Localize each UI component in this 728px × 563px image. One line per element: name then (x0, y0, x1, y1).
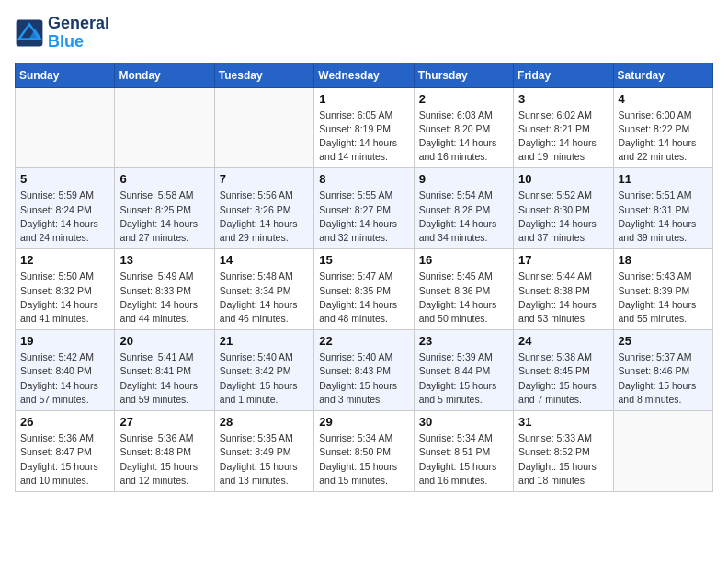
logo: General Blue (15, 15, 109, 52)
empty-day-cell (115, 87, 214, 168)
day-number: 20 (119, 334, 209, 348)
day-info: Sunrise: 6:05 AMSunset: 8:19 PMDaylight:… (319, 109, 408, 165)
day-number: 25 (619, 334, 708, 348)
day-info: Sunrise: 5:42 AMSunset: 8:40 PMDaylight:… (20, 350, 109, 407)
day-info: Sunrise: 5:50 AMSunset: 8:32 PMDaylight:… (20, 270, 109, 326)
day-info: Sunrise: 5:34 AMSunset: 8:51 PMDaylight:… (419, 431, 508, 488)
day-number: 8 (319, 172, 408, 186)
calendar-day-cell: 30Sunrise: 5:34 AMSunset: 8:51 PMDayligh… (414, 411, 513, 492)
calendar-day-cell: 16Sunrise: 5:45 AMSunset: 8:36 PMDayligh… (414, 249, 513, 330)
page-header: General Blue (15, 15, 713, 52)
day-of-week-header: Thursday (414, 63, 513, 87)
calendar-day-cell: 14Sunrise: 5:48 AMSunset: 8:34 PMDayligh… (214, 249, 313, 330)
day-number: 10 (518, 172, 608, 186)
calendar-day-cell: 17Sunrise: 5:44 AMSunset: 8:38 PMDayligh… (514, 249, 613, 330)
day-number: 24 (518, 334, 608, 348)
day-number: 21 (220, 334, 309, 348)
day-number: 7 (220, 172, 309, 186)
day-number: 9 (419, 172, 508, 186)
calendar-day-cell: 26Sunrise: 5:36 AMSunset: 8:47 PMDayligh… (16, 411, 115, 492)
calendar-week-row: 12Sunrise: 5:50 AMSunset: 8:32 PMDayligh… (16, 249, 713, 330)
calendar-day-cell: 10Sunrise: 5:52 AMSunset: 8:30 PMDayligh… (514, 168, 613, 249)
calendar-table: SundayMondayTuesdayWednesdayThursdayFrid… (15, 63, 713, 492)
day-info: Sunrise: 5:43 AMSunset: 8:39 PMDaylight:… (619, 270, 708, 326)
calendar-day-cell: 12Sunrise: 5:50 AMSunset: 8:32 PMDayligh… (16, 249, 115, 330)
day-info: Sunrise: 5:40 AMSunset: 8:42 PMDaylight:… (220, 350, 309, 407)
day-info: Sunrise: 5:58 AMSunset: 8:25 PMDaylight:… (119, 189, 209, 245)
day-info: Sunrise: 5:55 AMSunset: 8:27 PMDaylight:… (319, 189, 408, 245)
day-of-week-header: Sunday (16, 63, 115, 87)
day-info: Sunrise: 5:36 AMSunset: 8:48 PMDaylight:… (119, 431, 209, 488)
day-info: Sunrise: 5:38 AMSunset: 8:45 PMDaylight:… (518, 350, 608, 407)
day-info: Sunrise: 5:36 AMSunset: 8:47 PMDaylight:… (20, 431, 109, 488)
calendar-day-cell: 7Sunrise: 5:56 AMSunset: 8:26 PMDaylight… (214, 168, 313, 249)
day-number: 26 (20, 415, 109, 429)
day-info: Sunrise: 5:59 AMSunset: 8:24 PMDaylight:… (20, 189, 109, 245)
day-number: 4 (619, 92, 708, 106)
day-number: 15 (319, 253, 408, 267)
calendar-day-cell: 15Sunrise: 5:47 AMSunset: 8:35 PMDayligh… (314, 249, 414, 330)
calendar-day-cell: 3Sunrise: 6:02 AMSunset: 8:21 PMDaylight… (514, 87, 613, 168)
day-number: 23 (419, 334, 508, 348)
calendar-day-cell: 29Sunrise: 5:34 AMSunset: 8:50 PMDayligh… (314, 411, 414, 492)
calendar-week-row: 5Sunrise: 5:59 AMSunset: 8:24 PMDaylight… (16, 168, 713, 249)
day-number: 3 (518, 92, 608, 106)
day-info: Sunrise: 5:44 AMSunset: 8:38 PMDaylight:… (518, 270, 608, 326)
day-info: Sunrise: 5:39 AMSunset: 8:44 PMDaylight:… (419, 350, 508, 407)
calendar-day-cell: 18Sunrise: 5:43 AMSunset: 8:39 PMDayligh… (613, 249, 712, 330)
day-info: Sunrise: 5:40 AMSunset: 8:43 PMDaylight:… (319, 350, 408, 407)
day-info: Sunrise: 5:45 AMSunset: 8:36 PMDaylight:… (419, 270, 508, 326)
calendar-week-row: 19Sunrise: 5:42 AMSunset: 8:40 PMDayligh… (16, 330, 713, 411)
day-of-week-header: Wednesday (314, 63, 414, 87)
day-number: 18 (619, 253, 708, 267)
calendar-day-cell: 13Sunrise: 5:49 AMSunset: 8:33 PMDayligh… (115, 249, 214, 330)
empty-day-cell (214, 87, 313, 168)
day-of-week-header: Monday (115, 63, 214, 87)
empty-day-cell (613, 411, 712, 492)
day-number: 30 (419, 415, 508, 429)
day-of-week-header: Tuesday (214, 63, 313, 87)
day-number: 17 (518, 253, 608, 267)
day-number: 12 (20, 253, 109, 267)
day-number: 13 (119, 253, 209, 267)
day-number: 31 (518, 415, 608, 429)
calendar-week-row: 26Sunrise: 5:36 AMSunset: 8:47 PMDayligh… (16, 411, 713, 492)
day-info: Sunrise: 5:35 AMSunset: 8:49 PMDaylight:… (220, 431, 309, 488)
calendar-day-cell: 20Sunrise: 5:41 AMSunset: 8:41 PMDayligh… (115, 330, 214, 411)
day-info: Sunrise: 5:47 AMSunset: 8:35 PMDaylight:… (319, 270, 408, 326)
day-info: Sunrise: 6:02 AMSunset: 8:21 PMDaylight:… (518, 109, 608, 165)
day-info: Sunrise: 5:37 AMSunset: 8:46 PMDaylight:… (619, 350, 708, 407)
calendar-header-row: SundayMondayTuesdayWednesdayThursdayFrid… (16, 63, 713, 87)
day-of-week-header: Saturday (613, 63, 712, 87)
calendar-day-cell: 19Sunrise: 5:42 AMSunset: 8:40 PMDayligh… (16, 330, 115, 411)
calendar-day-cell: 24Sunrise: 5:38 AMSunset: 8:45 PMDayligh… (514, 330, 613, 411)
day-info: Sunrise: 5:48 AMSunset: 8:34 PMDaylight:… (220, 270, 309, 326)
calendar-day-cell: 6Sunrise: 5:58 AMSunset: 8:25 PMDaylight… (115, 168, 214, 249)
calendar-day-cell: 1Sunrise: 6:05 AMSunset: 8:19 PMDaylight… (314, 87, 414, 168)
calendar-day-cell: 21Sunrise: 5:40 AMSunset: 8:42 PMDayligh… (214, 330, 313, 411)
empty-day-cell (16, 87, 115, 168)
day-info: Sunrise: 5:56 AMSunset: 8:26 PMDaylight:… (220, 189, 309, 245)
calendar-day-cell: 8Sunrise: 5:55 AMSunset: 8:27 PMDaylight… (314, 168, 414, 249)
logo-text: General Blue (48, 15, 109, 52)
day-number: 19 (20, 334, 109, 348)
day-info: Sunrise: 5:52 AMSunset: 8:30 PMDaylight:… (518, 189, 608, 245)
day-info: Sunrise: 5:41 AMSunset: 8:41 PMDaylight:… (119, 350, 209, 407)
day-number: 2 (419, 92, 508, 106)
day-number: 28 (220, 415, 309, 429)
calendar-day-cell: 31Sunrise: 5:33 AMSunset: 8:52 PMDayligh… (514, 411, 613, 492)
day-info: Sunrise: 5:51 AMSunset: 8:31 PMDaylight:… (619, 189, 708, 245)
day-number: 1 (319, 92, 408, 106)
day-info: Sunrise: 5:33 AMSunset: 8:52 PMDaylight:… (518, 431, 608, 488)
day-info: Sunrise: 6:00 AMSunset: 8:22 PMDaylight:… (619, 109, 708, 165)
calendar-day-cell: 11Sunrise: 5:51 AMSunset: 8:31 PMDayligh… (613, 168, 712, 249)
calendar-day-cell: 5Sunrise: 5:59 AMSunset: 8:24 PMDaylight… (16, 168, 115, 249)
day-number: 5 (20, 172, 109, 186)
day-info: Sunrise: 5:54 AMSunset: 8:28 PMDaylight:… (419, 189, 508, 245)
day-info: Sunrise: 5:49 AMSunset: 8:33 PMDaylight:… (119, 270, 209, 326)
calendar-day-cell: 22Sunrise: 5:40 AMSunset: 8:43 PMDayligh… (314, 330, 414, 411)
calendar-day-cell: 2Sunrise: 6:03 AMSunset: 8:20 PMDaylight… (414, 87, 513, 168)
calendar-day-cell: 28Sunrise: 5:35 AMSunset: 8:49 PMDayligh… (214, 411, 313, 492)
day-number: 6 (119, 172, 209, 186)
day-number: 16 (419, 253, 508, 267)
